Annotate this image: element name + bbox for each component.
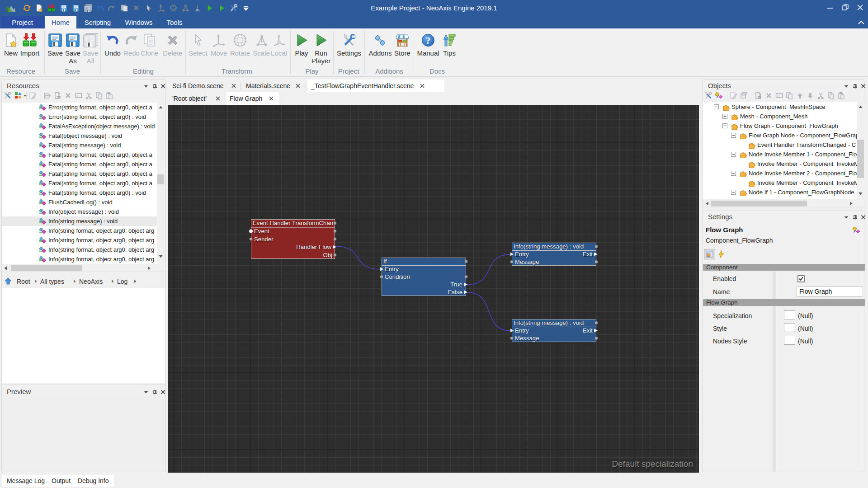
svg-text:Entry: Entry — [515, 327, 529, 334]
svg-text:Handler Flow: Handler Flow — [296, 244, 331, 250]
svg-text:Event: Event — [254, 228, 269, 235]
svg-text:If: If — [383, 258, 387, 265]
svg-text:Exit: Exit — [583, 251, 593, 258]
svg-text:Message: Message — [515, 258, 539, 265]
svg-text:Entry: Entry — [385, 266, 399, 272]
svg-text:Info(string message) : void: Info(string message) : void — [514, 319, 584, 326]
svg-text:Info(string message) : void: Info(string message) : void — [514, 243, 584, 250]
svg-text:Message: Message — [515, 335, 539, 342]
svg-text:Exit: Exit — [583, 327, 593, 334]
svg-text:Obj: Obj — [323, 252, 332, 258]
svg-text:x: x — [76, 94, 78, 98]
svg-text:Sender: Sender — [254, 236, 274, 243]
svg-text:False: False — [448, 289, 462, 296]
svg-text:Default specialization: Default specialization — [612, 459, 693, 469]
svg-text:Entry: Entry — [515, 251, 529, 258]
svg-text:Condition: Condition — [385, 273, 410, 280]
svg-text:Event Handler TransformChan: Event Handler TransformChan — [253, 220, 333, 226]
svg-text:x: x — [777, 94, 779, 98]
svg-text:True: True — [450, 281, 462, 288]
svg-text:?: ? — [426, 35, 431, 46]
